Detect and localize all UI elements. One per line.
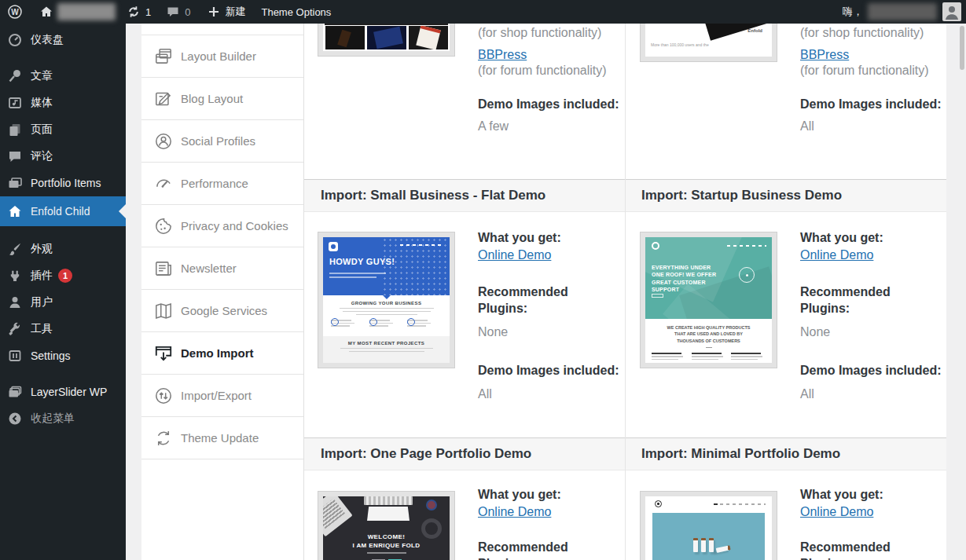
sidebar-item-pages[interactable]: 页面 [0,116,126,143]
menu-label: Import/Export [181,389,252,402]
svg-text:W: W [11,8,19,16]
demo-images-label: Demo Images included: [478,362,619,379]
newsletter-icon [153,258,174,279]
menu-item-blog-layout[interactable]: Blog Layout [141,78,303,120]
comments-button[interactable]: 0 [160,0,196,24]
bbpress-link[interactable]: BBPress [800,48,849,61]
demo-info-one-page: What you get: Online Demo Recommended Pl… [478,486,619,560]
thumb-feature-columns [323,315,450,327]
thumb-logo [329,242,338,251]
sidebar-item-collapse-menu[interactable]: 收起菜单 [0,405,126,432]
badge-shape [426,500,437,511]
menu-item-google-services[interactable]: Google Services [141,290,303,332]
recommended-plugins-label: Recommended Plugins: [800,284,942,317]
placeholder-text-lines [329,270,392,278]
bbpress-link[interactable]: BBPress [478,48,527,61]
plugin-icon [7,268,23,284]
menu-label: Privacy and Cookies [181,219,288,232]
thumb-nav [400,244,444,246]
thumb-hero: HOWDY GUYS! [323,237,450,295]
comments-icon [7,148,23,164]
demo-info-small-business: What you get: Online Demo Recommended Pl… [478,229,619,402]
site-name-redacted [57,3,116,20]
sidebar-item-posts[interactable]: 文章 [0,63,126,90]
menu-item-social-profiles[interactable]: Social Profiles [141,120,303,163]
admin-sidebar: 仪表盘 文章 媒体 页面 评论 Portfolio Items Enfold C… [0,24,126,560]
demo-info-classic-2: (for shop functionality) BBPress (for fo… [800,25,942,134]
menu-item-performance[interactable]: Performance [141,163,303,205]
users-icon [7,295,23,310]
sidebar-item-dashboard[interactable]: 仪表盘 [0,27,126,53]
updates-count: 1 [145,6,151,18]
online-demo-link[interactable]: Online Demo [800,248,873,262]
sidebar-item-settings[interactable]: Settings [0,342,126,369]
new-content-label: 新建 [225,5,245,19]
cookie-icon [153,216,174,236]
demo-images-value: A few [478,119,619,134]
thumb-headline: HOWDY GUYS! [329,257,395,266]
dashboard-icon [7,32,23,48]
menu-label: Demo Import [181,346,254,360]
sidebar-label: 工具 [31,322,53,336]
sidebar-label: 用户 [31,295,53,309]
what-you-get-label: What you get: [800,229,942,246]
update-icon [126,4,141,20]
demo-images-value: All [800,119,942,134]
menu-item-privacy-cookies[interactable]: Privacy and Cookies [141,205,303,247]
demo-images-label: Demo Images included: [800,362,942,379]
wordpress-logo-icon: W [7,4,23,20]
menu-label: Google Services [181,304,267,317]
demo-info-classic: (for shop functionality) BBPress (for fo… [478,25,619,134]
sidebar-item-tools[interactable]: 工具 [0,316,126,342]
wordpress-menu-button[interactable]: W [2,0,28,24]
theme-options-button[interactable]: Theme Options [255,0,336,24]
home-icon [39,4,54,20]
avatar-person-icon [942,2,961,21]
online-demo-link[interactable]: Online Demo [478,505,551,518]
tubes-shape [693,538,722,552]
sidebar-item-appearance[interactable]: 外观 [0,236,126,262]
demo-images-label: Demo Images included: [800,96,942,112]
theme-update-refresh-icon [153,428,174,448]
new-content-button[interactable]: 新建 [200,0,251,24]
sidebar-item-comments[interactable]: 评论 [0,143,126,170]
site-link[interactable] [33,0,57,24]
sidebar-item-users[interactable]: 用户 [0,289,126,316]
updates-button[interactable]: 1 [120,0,156,24]
sidebar-item-layerslider[interactable]: LayerSlider WP [0,379,126,405]
menu-item-demo-import[interactable]: Demo Import [141,332,303,375]
section-title-small-business: Import: Small Business - Flat Demo [321,180,545,211]
online-demo-link[interactable]: Online Demo [800,505,873,518]
scrollbar-thumb[interactable] [960,26,964,70]
one-page-portfolio-demo-screenshot: WELCOME! I AM ENRIQUE FOLD [318,492,454,560]
sidebar-item-portfolio[interactable]: Portfolio Items [0,170,126,196]
menu-item-layout-builder[interactable]: Layout Builder [141,35,303,78]
sidebar-label: 页面 [31,123,53,137]
appearance-brush-icon [7,241,23,257]
menu-item-newsletter[interactable]: Newsletter [141,247,303,290]
home-icon [7,203,23,219]
thumb-headline: WELCOME! I AM ENRIQUE FOLD [323,533,450,556]
blog-layout-icon [153,89,174,109]
play-button-icon [739,267,755,283]
portfolio-icon [7,175,23,191]
import-export-icon [153,386,174,406]
placeholder-text-lines [323,308,450,316]
sidebar-item-media[interactable]: 媒体 [0,90,126,116]
thumb-hero [652,513,765,560]
minimal-portfolio-demo-screenshot [641,492,777,560]
menu-item-import-export[interactable]: Import/Export [141,375,303,417]
sidebar-item-enfold-child[interactable]: Enfold Child [0,196,126,226]
menu-item-theme-update[interactable]: Theme Update [141,417,303,459]
avatar[interactable] [942,2,961,21]
thumb-section: MY MOST RECENT PROJECTS [323,336,450,363]
menu-label: Newsletter [181,262,237,275]
media-icon [7,95,23,111]
thumb-logo [655,500,662,507]
online-demo-link[interactable]: Online Demo [478,248,551,262]
username-redacted [868,3,937,20]
sidebar-item-plugins[interactable]: 插件 1 [0,262,126,289]
sidebar-label: 插件 [31,269,53,283]
sidebar-label: 评论 [31,149,53,163]
sidebar-label: LayerSlider WP [31,386,107,398]
